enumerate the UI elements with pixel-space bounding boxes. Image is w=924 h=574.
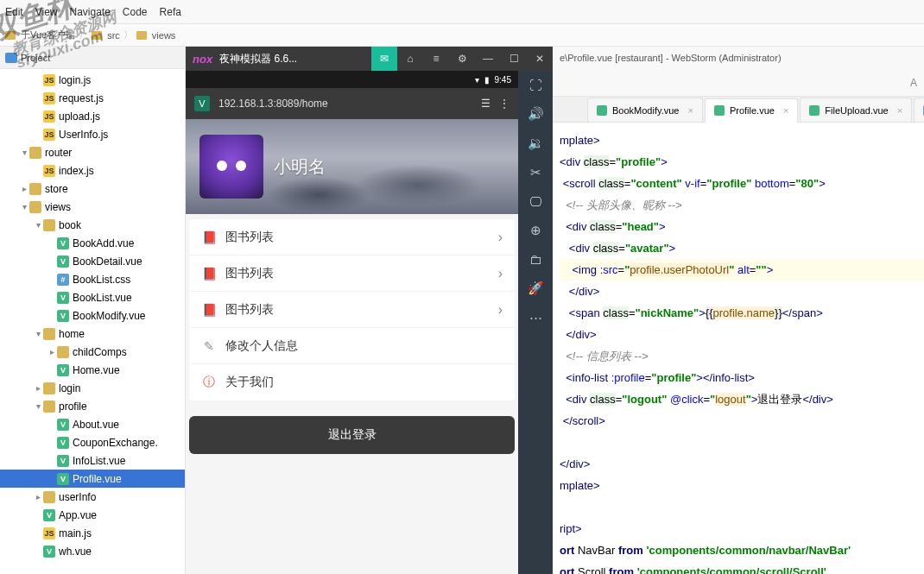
tree-node-userInfo[interactable]: userInfo (0, 488, 185, 506)
chevron-right-icon: › (498, 266, 503, 281)
nox-minimize-button[interactable]: — (475, 47, 501, 71)
css-icon: # (57, 274, 69, 286)
more-icon[interactable]: ⋯ (529, 310, 542, 325)
menu-icon: 📕 (201, 266, 217, 281)
tree-node-login[interactable]: login (0, 379, 185, 397)
breadcrumb: 于Vue客户端〉src〉views (0, 24, 924, 47)
tree-node-CouponExchange.[interactable]: VCouponExchange. (0, 433, 185, 451)
folder-icon (43, 401, 55, 413)
nox-home-button[interactable]: ⌂ (397, 47, 423, 71)
folder-icon (43, 328, 55, 340)
menu-navigate[interactable]: Navigate (69, 6, 110, 18)
menu-icon: 📕 (201, 230, 217, 245)
tree-node-router[interactable]: router (0, 143, 185, 161)
vue-icon: V (57, 310, 69, 322)
tab-B[interactable]: B× (914, 98, 924, 122)
tree-node-App.vue[interactable]: VApp.vue (0, 506, 185, 524)
fullscreen-icon[interactable]: ⛶ (529, 78, 542, 92)
menu-item-图书列表[interactable]: 📕图书列表› (189, 255, 515, 292)
code-area[interactable]: mplate> <div class="profile"> <scroll cl… (553, 123, 924, 574)
vue-icon: V (194, 96, 210, 111)
logout-button[interactable]: 退出登录 (189, 416, 515, 454)
tree-node-Home.vue[interactable]: VHome.vue (0, 361, 185, 379)
rocket-icon[interactable]: 🚀 (528, 281, 544, 296)
js-icon: JS (43, 110, 55, 123)
chevron-right-icon: › (498, 302, 503, 318)
menu-edit[interactable]: Edit (5, 6, 23, 18)
profile-header: 小明名 (186, 119, 518, 214)
js-icon: JS (43, 165, 55, 177)
tree-node-childComps[interactable]: childComps (0, 343, 185, 361)
vue-icon: V (57, 437, 69, 449)
screen-icon[interactable]: 🖵 (529, 194, 542, 209)
menu-item-图书列表[interactable]: 📕图书列表› (189, 219, 515, 255)
tab-BookModify.vue[interactable]: BookModify.vue× (587, 98, 703, 122)
menu-item-图书列表[interactable]: 📕图书列表› (189, 292, 515, 328)
project-header[interactable]: Project (0, 47, 185, 69)
tree-node-BookList.vue[interactable]: VBookList.vue (0, 288, 185, 306)
tab-FileUpload.vue[interactable]: FileUpload.vue× (800, 98, 912, 122)
tree-node-Profile.vue[interactable]: VProfile.vue (0, 470, 185, 488)
nox-title: 夜神模拟器 6.6... (219, 52, 371, 66)
close-icon[interactable]: × (783, 105, 788, 116)
close-icon[interactable]: × (897, 105, 902, 116)
breadcrumb-item[interactable]: 于Vue客户端 (21, 28, 75, 41)
nox-close-button[interactable]: ✕ (527, 47, 553, 71)
menu-refa[interactable]: Refa (160, 6, 181, 18)
tree-node-store[interactable]: store (0, 180, 185, 198)
menu-code[interactable]: Code (123, 6, 148, 18)
vue-icon: V (43, 509, 55, 521)
android-status-bar: ▾ ▮ 9:45 (186, 71, 518, 88)
js-icon: JS (43, 74, 55, 86)
menu-view[interactable]: View (35, 6, 58, 18)
tree-node-index.js[interactable]: JSindex.js (0, 161, 185, 180)
tree-node-login.js[interactable]: JSlogin.js (0, 71, 185, 89)
vue-icon: V (57, 292, 69, 304)
tree-node-wh.vue[interactable]: Vwh.vue (0, 542, 185, 560)
editor-panel: e\Profile.vue [restaurant] - WebStorm (A… (553, 47, 924, 574)
project-panel: Project JSlogin.jsJSrequest.jsJSupload.j… (0, 47, 186, 574)
tree-node-About.vue[interactable]: VAbout.vue (0, 415, 185, 433)
url-bar: V 192.168.1.3:8089/home ☰ ⋮ (186, 88, 518, 119)
tree-node-book[interactable]: book (0, 216, 185, 234)
tree-node-BookModify.vue[interactable]: VBookModify.vue (0, 306, 185, 325)
folder-icon[interactable]: 🗀 (529, 252, 542, 267)
tree-node-BookList.css[interactable]: #BookList.css (0, 270, 185, 288)
tree-node-request.js[interactable]: JSrequest.js (0, 89, 185, 107)
toolbar-row: A (553, 69, 924, 97)
nox-settings-button[interactable]: ⚙ (449, 47, 475, 71)
project-label: Project (21, 53, 50, 63)
tree-node-views[interactable]: views (0, 198, 185, 216)
vue-icon: V (43, 546, 55, 558)
menu-item-关于我们[interactable]: ⓘ关于我们 (189, 364, 515, 401)
menu-item-修改个人信息[interactable]: ✎修改个人信息 (189, 328, 515, 364)
nox-maximize-button[interactable]: ☐ (501, 47, 527, 71)
breadcrumb-item[interactable]: views (152, 30, 176, 41)
close-icon[interactable]: × (687, 105, 693, 116)
tab-Profile.vue[interactable]: Profile.vue× (705, 98, 798, 123)
tree-node-BookAdd.vue[interactable]: VBookAdd.vue (0, 234, 185, 252)
menu-icon: ⓘ (201, 375, 217, 390)
tree-node-home[interactable]: home (0, 325, 185, 343)
avatar[interactable] (199, 135, 263, 199)
editor-tabs: BookModify.vue×Profile.vue×FileUpload.vu… (553, 97, 924, 123)
tree-node-main.js[interactable]: JSmain.js (0, 524, 185, 542)
breadcrumb-item[interactable]: src (107, 30, 120, 41)
nox-msg-button[interactable]: ✉ (371, 47, 397, 71)
tree-node-profile[interactable]: profile (0, 397, 185, 415)
menu-icon: 📕 (201, 302, 217, 318)
nox-menu-button[interactable]: ≡ (423, 47, 449, 71)
volume-down-icon[interactable]: 🔉 (528, 136, 544, 151)
volume-up-icon[interactable]: 🔊 (528, 106, 544, 122)
nox-titlebar: nox 夜神模拟器 6.6... ✉ ⌂ ≡ ⚙ — ☐ ✕ (186, 47, 553, 71)
tree-node-upload.js[interactable]: JSupload.js (0, 107, 185, 125)
list-icon[interactable]: ☰ (481, 98, 490, 110)
folder-icon (29, 147, 41, 159)
tree-node-InfoList.vue[interactable]: VInfoList.vue (0, 451, 185, 470)
screenshot-icon[interactable]: ✂ (530, 165, 541, 180)
nox-logo: nox (193, 53, 212, 66)
tree-node-BookDetail.vue[interactable]: VBookDetail.vue (0, 252, 185, 270)
apk-icon[interactable]: ⊕ (530, 223, 541, 238)
tree-node-UserInfo.js[interactable]: JSUserInfo.js (0, 125, 185, 143)
more-icon[interactable]: ⋮ (499, 98, 509, 110)
